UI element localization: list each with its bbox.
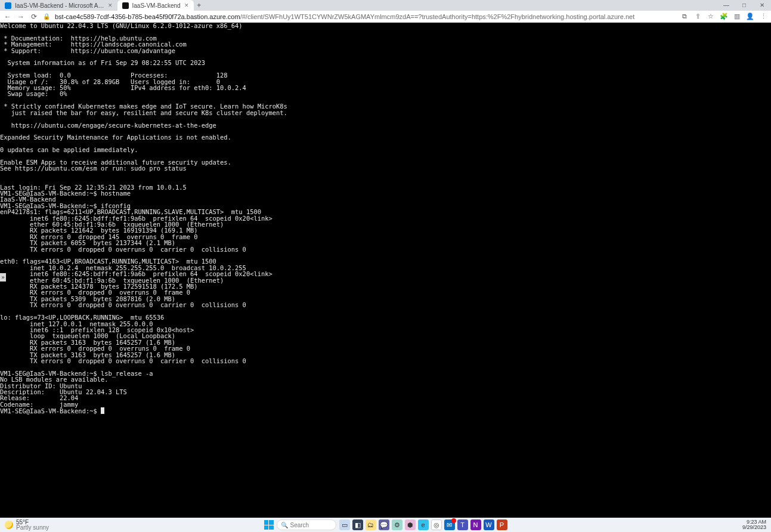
back-button[interactable]: ← [4,13,12,21]
url-path: /#/client/SWFhUy1WT51CYWNrZW5kAGMAYmlmcm… [240,13,635,20]
tab-title: IaaS-VM-Backend [132,2,181,9]
taskbar-powerpoint-icon[interactable]: P [497,519,507,530]
kebab-menu-icon[interactable]: ⋮ [759,13,767,21]
taskbar-store-icon[interactable]: ⬢ [405,519,416,530]
maximize-button[interactable]: □ [735,0,753,11]
new-tab-button[interactable]: + [194,1,205,10]
search-icon: 🔍 [281,522,288,528]
reload-button[interactable]: ⟳ [30,13,38,21]
taskbar-center: 🔍 Search ▭◧🗂💬⚙⬢e◎✉TNWP [264,519,507,530]
windows-taskbar: 55°F Partly sunny 🔍 Search ▭◧🗂💬⚙⬢e◎✉TNWP… [0,518,771,532]
taskbar-search[interactable]: 🔍 Search [277,519,336,530]
taskbar-file-explorer-icon[interactable]: 🗂 [366,519,376,530]
taskbar-outlook-icon[interactable]: ✉ [444,519,455,530]
browser-toolbar: ← → ⟳ 🔒 bst-cae4c589-7cdf-4356-b785-bea4… [0,11,771,23]
weather-desc: Partly sunny [16,525,49,530]
tab-title: IaaS-VM-Backend - Microsoft A… [15,2,104,9]
profile-avatar-icon[interactable]: 👤 [746,13,754,21]
weather-icon [5,521,13,529]
browser-tabstrip: IaaS-VM-Backend - Microsoft A…✕IaaS-VM-B… [0,0,771,11]
browser-tab-1[interactable]: IaaS-VM-Backend✕ [117,0,194,11]
search-placeholder: Search [290,522,309,528]
address-bar[interactable]: bst-cae4c589-7cdf-4356-b785-bea45f90f72a… [55,13,676,20]
clock-date: 9/29/2023 [742,525,766,530]
notification-badge [451,518,456,523]
taskbar-edge-icon[interactable]: e [418,519,429,530]
taskbar-clock[interactable]: 9:23 AM 9/29/2023 [742,519,766,530]
share-icon[interactable]: ⇪ [693,13,702,21]
weather-widget[interactable]: 55°F Partly sunny [0,519,54,530]
extensions-icon[interactable]: 🧩 [720,13,728,21]
terminal-viewport[interactable]: Welcome to Ubuntu 22.04.3 LTS (GNU/Linux… [0,23,771,518]
window-controls: — □ ✕ [717,0,771,11]
taskbar-chat-icon[interactable]: 💬 [379,519,389,530]
terminal-output: Welcome to Ubuntu 22.04.3 LTS (GNU/Linux… [0,23,771,414]
minimize-button[interactable]: — [717,0,735,11]
azure-favicon-icon [5,2,11,9]
side-panel-icon[interactable]: ▥ [733,13,741,21]
close-window-button[interactable]: ✕ [753,0,771,11]
taskbar-teams-icon[interactable]: T [457,519,468,530]
taskbar-onenote-icon[interactable]: N [470,519,481,530]
taskbar-task-view-icon[interactable]: ▭ [339,519,350,530]
tab-close-button[interactable]: ✕ [184,3,189,8]
terminal-cursor [101,407,104,414]
taskbar-word-icon[interactable]: W [484,519,494,530]
forward-button[interactable]: → [17,13,25,21]
lock-icon: 🔒 [43,13,50,20]
taskbar-copilot-icon[interactable]: ◧ [352,519,363,530]
bookmark-star-icon[interactable]: ☆ [707,13,715,21]
bastion-expand-handle-icon[interactable]: » [0,273,6,282]
url-host: bst-cae4c589-7cdf-4356-b785-bea45f90f72a… [55,13,240,20]
taskbar-chrome-icon[interactable]: ◎ [431,519,442,530]
system-tray[interactable]: 9:23 AM 9/29/2023 [742,519,771,530]
browser-tab-0[interactable]: IaaS-VM-Backend - Microsoft A…✕ [0,0,117,11]
start-button[interactable] [264,520,274,530]
install-app-icon[interactable]: ⧉ [680,13,689,21]
taskbar-settings-icon[interactable]: ⚙ [392,519,402,530]
tab-close-button[interactable]: ✕ [108,3,113,8]
terminal-favicon-icon [122,2,129,9]
